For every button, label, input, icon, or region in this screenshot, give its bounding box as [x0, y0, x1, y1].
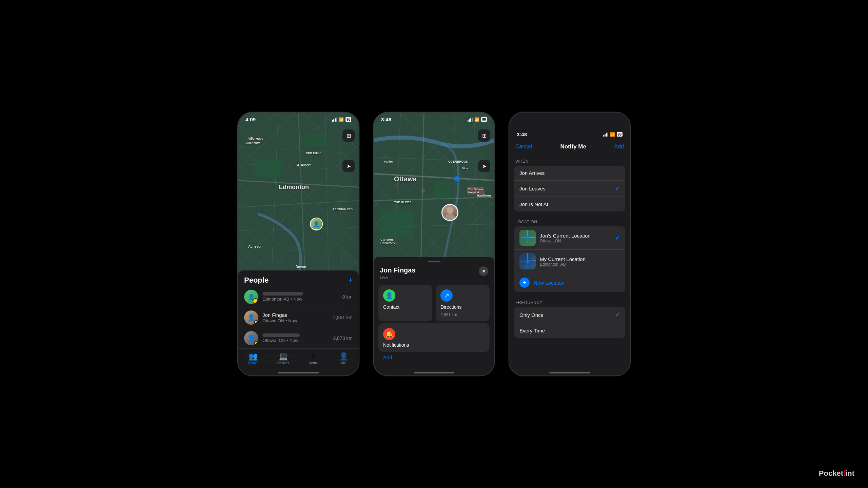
svg-rect-11 — [255, 160, 281, 177]
panel-title: People — [244, 276, 269, 285]
map-edmonton: Villeneuve Villeneuve CFB Edmr St. Alber… — [238, 113, 359, 279]
action-grid: 👤 Contact ↗ Directions 2,861 km — [374, 283, 494, 323]
notifications-card[interactable]: 🔔 Notifications — [378, 323, 490, 352]
person-row-2[interactable]: 👤 Ottawa, ON • Now 2,873 km — [238, 328, 359, 349]
notif-bell-icon: 🔔 — [386, 330, 393, 338]
status-icons-1: 📶 98 — [332, 117, 351, 122]
svg-point-23 — [454, 176, 459, 182]
detail-person-name: Jon Fingas — [380, 266, 416, 274]
add-btn-notify[interactable]: Add — [614, 144, 624, 150]
option-jon-arrives[interactable]: Jon Arrives — [514, 166, 625, 181]
option-only-once[interactable]: Only Once ✓ — [514, 307, 625, 323]
watermark-end: int — [845, 469, 854, 477]
map-label-ottawa: Ottawa — [394, 175, 417, 183]
status-icons-2: 📶 98 — [468, 117, 487, 122]
tab-items-label: Items — [309, 361, 317, 365]
svg-line-4 — [325, 114, 329, 278]
user-map-pin: 👤 — [310, 218, 323, 230]
option-every-time[interactable]: Every Time — [514, 323, 625, 338]
option-jon-not-at[interactable]: Jon Is Not At — [514, 197, 625, 211]
svg-rect-21 — [380, 211, 414, 238]
map-ottawa: Vanier OVERBROOK Glou Ottawa THE GLEBE H… — [374, 113, 494, 279]
location-options-group: Jon's Current Location Ottawa, ON ✓ — [514, 226, 625, 292]
jon-location-thumb — [519, 230, 536, 246]
map-layers-btn[interactable]: ⊞ — [342, 129, 355, 142]
location-btn[interactable]: ➤ — [342, 160, 355, 172]
contact-icon-wrap: 👤 — [383, 289, 395, 302]
svg-rect-22 — [434, 181, 451, 201]
map-layers-btn-2[interactable]: ⊞ — [478, 129, 490, 142]
new-location-text[interactable]: New Location — [534, 280, 565, 286]
option-jon-leaves[interactable]: Jon Leaves ✓ — [514, 181, 625, 197]
detail-name-section: Jon Fingas Live — [380, 266, 416, 280]
person-dist-0: 0 km — [342, 294, 353, 300]
directions-card[interactable]: ↗ Directions 2,861 km — [436, 285, 490, 321]
tab-devices[interactable]: 💻 Devices — [268, 353, 298, 365]
jon-map-pin — [441, 204, 458, 221]
jon-location-info: Jon's Current Location Ottawa, ON — [540, 233, 611, 243]
svg-line-13 — [374, 174, 494, 181]
person-row-jon[interactable]: 👤 Jon Fingas Ottawa ON • Now 2,861 km — [238, 307, 359, 328]
new-location-row[interactable]: + New Location — [514, 273, 625, 292]
notif-icon-wrap: 🔔 — [383, 328, 395, 340]
notifications-label: Notifications — [383, 342, 485, 348]
tab-items[interactable]: ⠿ Items — [298, 353, 329, 365]
status-bar-3: 3:48 📶 98 — [509, 127, 630, 139]
panel-header: People + — [238, 273, 359, 287]
avatar-2: 👤 — [244, 331, 258, 345]
jon-not-at-text: Jon Is Not At — [519, 201, 548, 207]
person-info-0: Edmonton AB • Now — [262, 292, 338, 302]
name-blur-2 — [262, 333, 300, 337]
status-icons-3: 📶 98 — [603, 132, 623, 137]
jon-location-check: ✓ — [615, 235, 620, 242]
contact-card[interactable]: 👤 Contact — [378, 285, 432, 321]
svg-line-9 — [238, 147, 359, 154]
signal-icon-3 — [603, 133, 608, 137]
tab-me[interactable]: 👤 Me — [329, 353, 359, 365]
tab-bar-1: 👥 People 💻 Devices ⠿ Items 👤 Me — [238, 349, 359, 375]
detail-live-status: Live — [380, 275, 416, 280]
signal-icon — [332, 118, 337, 122]
tab-people[interactable]: 👥 People — [238, 353, 268, 365]
status-time-2: 3:48 — [381, 117, 391, 122]
cancel-btn[interactable]: Cancel — [515, 144, 532, 150]
add-notification-btn[interactable]: Add — [383, 354, 485, 360]
svg-point-24 — [421, 188, 425, 192]
notify-title: Notify Me — [560, 143, 586, 150]
tab-people-label: People — [248, 361, 258, 365]
person-dist-2: 2,873 km — [333, 336, 353, 341]
jon-name: Jon Fingas — [262, 312, 329, 318]
avatar-0: 👤 — [244, 290, 258, 304]
location-jon[interactable]: Jon's Current Location Ottawa, ON ✓ — [514, 226, 625, 250]
jon-location-name: Jon's Current Location — [540, 233, 611, 239]
location-btn-2[interactable]: ➤ — [478, 160, 490, 172]
my-location-thumb — [519, 253, 536, 269]
add-person-btn[interactable]: + — [348, 277, 353, 284]
new-location-plus: + — [519, 278, 530, 288]
tab-me-label: Me — [341, 361, 346, 365]
location-mine[interactable]: My Current Location Edmonton, AB — [514, 250, 625, 273]
every-time-text: Every Time — [519, 328, 545, 333]
my-location-name: My Current Location — [540, 256, 620, 262]
avatar-initials-0: 👤 — [248, 294, 255, 300]
person-row-0[interactable]: 👤 Edmonton AB • Now 0 km — [238, 287, 359, 307]
jon-leaves-text: Jon Leaves — [519, 186, 546, 191]
svg-line-0 — [238, 181, 359, 187]
person-info-jon: Jon Fingas Ottawa ON • Now — [262, 312, 329, 323]
status-bar-1: 4:09 📶 98 — [238, 113, 359, 124]
person-sub-0: Edmonton AB • Now — [262, 297, 338, 302]
frequency-options-group: Only Once ✓ Every Time — [514, 307, 625, 338]
status-bar-2: 3:48 📶 98 — [374, 113, 494, 124]
jon-sub: Ottawa ON • Now — [262, 318, 329, 323]
person-sub-2: Ottawa, ON • Now — [262, 338, 329, 343]
home-indicator-2 — [414, 372, 454, 373]
svg-line-18 — [374, 157, 494, 162]
my-location-info: My Current Location Edmonton, AB — [540, 256, 620, 267]
wifi-icon: 📶 — [339, 117, 344, 122]
tab-devices-label: Devices — [277, 361, 290, 365]
frequency-section-label: FREQUENCY — [509, 297, 630, 307]
sheet-handle — [428, 261, 440, 262]
close-sheet-btn[interactable]: ✕ — [479, 266, 488, 276]
when-section-label: WHEN — [509, 156, 630, 166]
contact-label: Contact — [383, 304, 428, 310]
